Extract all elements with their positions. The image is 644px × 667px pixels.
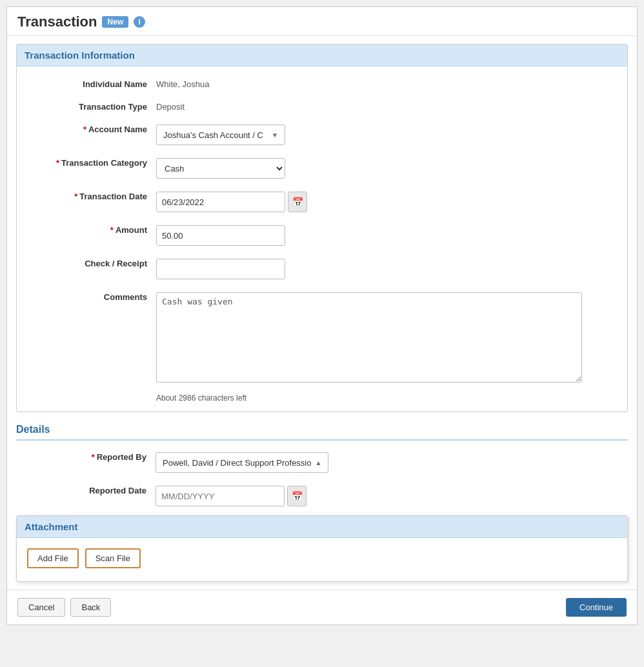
account-name-label: *Account Name [27,121,156,134]
continue-button[interactable]: Continue [566,598,627,617]
account-name-row: *Account Name Joshua's Cash Account / C … [17,121,627,145]
transaction-info-card: Transaction Information Individual Name … [16,44,628,412]
transaction-category-select[interactable]: Cash [156,158,285,179]
attachment-body: Add File Scan File [17,538,627,581]
reported-by-field: Powell, David / Direct Support Professio… [156,448,618,473]
amount-field [156,221,617,246]
transaction-date-wrapper: 📅 [156,192,617,212]
footer-bar: Cancel Back Continue [7,590,637,624]
reported-by-row: *Reported By Powell, David / Direct Supp… [16,448,628,473]
reported-date-field: 📅 [156,482,618,506]
transaction-category-label: *Transaction Category [27,154,156,168]
comments-textarea[interactable]: Cash was given [156,292,582,383]
individual-name-value: White, Joshua [156,75,617,89]
new-badge: New [102,16,128,28]
transaction-date-calendar-button[interactable]: 📅 [288,192,307,212]
individual-name-row: Individual Name White, Joshua [17,75,627,89]
reported-date-wrapper: 📅 [156,486,618,506]
details-section: Details *Reported By Powell, David / Dir… [16,420,628,506]
required-star: * [92,452,95,462]
check-receipt-input[interactable] [156,259,285,279]
page-wrapper: Transaction New i Transaction Informatio… [6,6,638,625]
back-button[interactable]: Back [70,598,111,617]
info-icon[interactable]: i [134,16,145,28]
chevron-down-icon: ▼ [272,132,278,139]
account-name-field: Joshua's Cash Account / C ▼ [156,121,617,145]
attachment-header: Attachment [17,516,627,538]
reported-date-label: Reported Date [26,482,156,495]
transaction-type-value: Deposit [156,98,617,112]
transaction-type-label: Transaction Type [27,98,156,112]
reported-by-dropdown[interactable]: Powell, David / Direct Support Professio… [156,452,328,473]
transaction-info-body: Individual Name White, Joshua Transactio… [17,66,627,412]
transaction-date-field: 📅 [156,188,617,212]
attachment-card: Attachment Add File Scan File [16,515,628,582]
account-name-dropdown[interactable]: Joshua's Cash Account / C ▼ [156,124,285,145]
comments-field: Cash was given [156,288,617,384]
char-count: About 2986 characters left [17,393,627,403]
transaction-category-row: *Transaction Category Cash [17,154,627,179]
comments-row: Comments Cash was given [17,288,627,384]
amount-input[interactable] [156,225,285,246]
page-title-bar: Transaction New i [7,7,637,36]
required-star: * [56,158,59,168]
check-receipt-row: Check / Receipt [17,255,627,279]
reported-by-label: *Reported By [26,448,156,462]
page-title: Transaction [17,14,97,30]
check-receipt-field [156,255,617,279]
reported-date-input[interactable] [156,486,285,506]
transaction-date-row: *Transaction Date 📅 [17,188,627,212]
details-header: Details [16,420,628,441]
scan-file-button[interactable]: Scan File [85,548,141,568]
add-file-button[interactable]: Add File [27,548,79,568]
required-star: * [83,124,86,134]
required-star: * [74,192,77,201]
transaction-date-label: *Transaction Date [27,188,156,201]
comments-label: Comments [27,288,156,302]
check-receipt-label: Check / Receipt [27,255,156,268]
reported-date-calendar-button[interactable]: 📅 [287,486,307,506]
transaction-type-row: Transaction Type Deposit [17,98,627,112]
amount-row: *Amount [17,221,627,246]
chevron-up-icon: ▲ [315,459,321,466]
required-star: * [110,225,114,235]
individual-name-label: Individual Name [27,75,156,89]
amount-label: *Amount [27,221,156,235]
calendar-icon: 📅 [292,197,303,207]
calendar-icon: 📅 [292,491,303,501]
transaction-category-field: Cash [156,154,617,179]
reported-date-row: Reported Date 📅 [16,482,628,506]
transaction-info-header: Transaction Information [17,45,627,66]
footer-left-buttons: Cancel Back [17,598,111,617]
transaction-date-input[interactable] [156,192,285,212]
cancel-button[interactable]: Cancel [17,598,65,617]
